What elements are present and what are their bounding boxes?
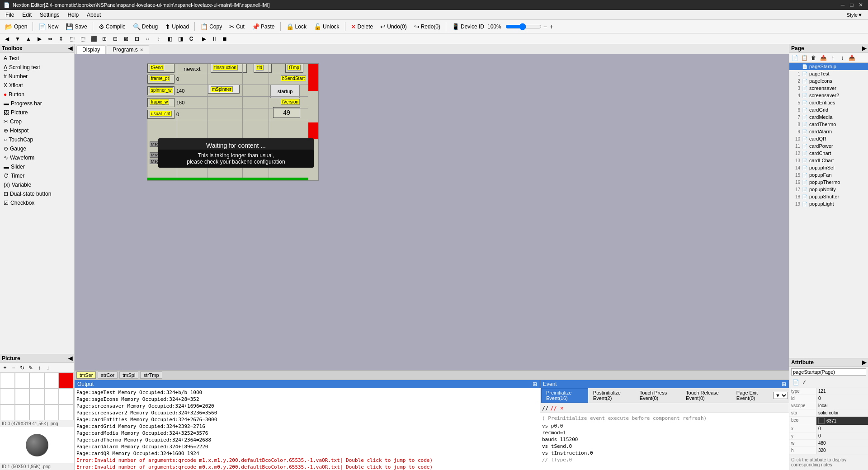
canvas-tab-strTmp[interactable]: strTmp xyxy=(140,371,162,379)
page-item-cardAlarm[interactable]: 9 📄 cardAlarm xyxy=(789,128,868,135)
page-item-popupFan[interactable]: 15 📄 popupFan xyxy=(789,171,868,179)
minimize-button[interactable]: ─ xyxy=(839,1,846,9)
page-import-btn[interactable]: 📥 xyxy=(847,54,856,62)
page-item-cardMedia[interactable]: 7 📄 cardMedia xyxy=(789,113,868,121)
tool-number[interactable]: # Number xyxy=(0,72,74,81)
event-tab-exit[interactable]: Page Exit Event(0) xyxy=(731,388,773,403)
output-error-0[interactable]: Error:Invalid number of arguments:qrcode… xyxy=(76,457,538,464)
redo-button[interactable]: ↪ Redo(0) xyxy=(411,22,443,32)
attr-btn1[interactable]: 📄 xyxy=(791,378,800,386)
compile-button[interactable]: ⚙ Compile xyxy=(95,22,129,32)
record-btn3[interactable]: ⏹ xyxy=(220,34,230,43)
delete-button[interactable]: ✕ Delete xyxy=(348,22,377,32)
page-item-cardPower[interactable]: 11 📄 cardPower xyxy=(789,142,868,150)
page-item-cardQR[interactable]: 10 📄 cardQR xyxy=(789,135,868,142)
canvas-tab-tmSpi[interactable]: tmSpi xyxy=(119,371,138,379)
tool-btn-13[interactable]: ⊡ xyxy=(132,34,142,43)
page-item-screensaver[interactable]: 3 📄 screensaver xyxy=(789,85,868,92)
page-item-popupLight[interactable]: 19 📄 popupLight xyxy=(789,200,868,207)
event-code-icon2[interactable]: // ✕ xyxy=(550,405,563,411)
page-collapse-icon[interactable]: ▶ xyxy=(862,45,866,52)
align-up-button[interactable]: ▲ xyxy=(24,34,33,43)
attr-val-h[interactable]: 320 xyxy=(816,447,868,454)
canvas-tab-strCor[interactable]: strCor xyxy=(98,371,118,379)
tool-touchcap[interactable]: ○ TouchCap xyxy=(0,135,74,144)
zoom-slider[interactable] xyxy=(505,23,542,30)
record-btn2[interactable]: ⏸ xyxy=(209,34,219,43)
tool-text[interactable]: A Text xyxy=(0,54,74,63)
debug-button[interactable]: 🔍 Debug xyxy=(130,22,161,32)
page-delete-btn[interactable]: 🗑 xyxy=(809,54,818,62)
align-right-button[interactable]: ▶ xyxy=(34,34,44,43)
record-btn[interactable]: ▶ xyxy=(199,34,209,43)
page-copy-btn[interactable]: 📋 xyxy=(800,54,809,62)
attr-val-x[interactable]: 0 xyxy=(816,425,868,432)
save-button[interactable]: 💾 Save xyxy=(62,22,90,32)
event-maximize-icon[interactable]: ⊞ xyxy=(782,381,786,387)
picture-collapse-icon[interactable]: ◀ xyxy=(68,355,72,362)
tab-display[interactable]: Display xyxy=(76,45,106,54)
toolbox-collapse-icon[interactable]: ◀ xyxy=(68,45,72,52)
lock-button[interactable]: 🔒 Lock xyxy=(283,22,310,32)
menu-edit[interactable]: Edit xyxy=(19,11,35,19)
tool-picture[interactable]: 🖼 Picture xyxy=(0,108,74,117)
zoom-minus[interactable]: − xyxy=(542,23,548,30)
tool-btn-8[interactable]: ⬚ xyxy=(78,34,88,43)
pic-refresh-button[interactable]: ↻ xyxy=(18,364,26,372)
tool-btn-9[interactable]: ⬛ xyxy=(89,34,99,43)
page-item-pageIcons[interactable]: 2 📄 pageIcons xyxy=(789,77,868,85)
page-down-btn[interactable]: ↓ xyxy=(838,54,847,62)
page-item-screensaver2[interactable]: 4 📄 screensaver2 xyxy=(789,92,868,99)
page-item-popupNotify[interactable]: 17 📄 popupNotify xyxy=(789,186,868,193)
distribute-v-button[interactable]: ⇕ xyxy=(56,34,66,43)
tool-btn-14[interactable]: ↔ xyxy=(143,34,153,43)
page-item-cardEntities[interactable]: 5 📄 cardEntities xyxy=(789,99,868,106)
upload-button[interactable]: ⬆ Upload xyxy=(162,22,192,32)
tool-btn-17[interactable]: ◨ xyxy=(175,34,185,43)
attr-val-y[interactable]: 0 xyxy=(816,432,868,439)
page-item-cardLChart[interactable]: 13 📄 cardLChart xyxy=(789,157,868,164)
new-button[interactable]: 📄 New xyxy=(35,22,61,32)
tool-progress[interactable]: ▬ Progress bar xyxy=(0,99,74,108)
open-button[interactable]: 📂 Open xyxy=(2,22,30,32)
attr-val-sta[interactable]: solid color xyxy=(816,409,868,416)
tool-slider[interactable]: ▬ Slider xyxy=(0,162,74,171)
event-tab-postinit[interactable]: Postinitialize Event(2) xyxy=(588,388,635,403)
menu-help[interactable]: Help xyxy=(64,11,82,19)
tab-programs[interactable]: Program.s ✕ xyxy=(107,45,149,54)
tool-btn-12[interactable]: ⊠ xyxy=(121,34,131,43)
page-item-cardGrid[interactable]: 6 📄 cardGrid xyxy=(789,106,868,113)
pic-down-button[interactable]: ↓ xyxy=(44,364,52,372)
page-export-btn[interactable]: 📤 xyxy=(819,54,828,62)
tool-hotspot[interactable]: ⊕ Hotspot xyxy=(0,126,74,135)
event-tab-release[interactable]: Touch Release Event(0) xyxy=(681,388,731,403)
tab-close-icon[interactable]: ✕ xyxy=(140,47,143,52)
elem-tVersion[interactable]: 49 xyxy=(273,107,300,118)
unlock-button[interactable]: 🔓 Unlock xyxy=(311,22,343,32)
tool-variable[interactable]: (x) Variable xyxy=(0,180,74,189)
page-item-cardChart[interactable]: 12 📄 cardChart xyxy=(789,150,868,157)
pic-add-button[interactable]: + xyxy=(1,364,9,372)
event-tab-select[interactable]: ▼ xyxy=(773,392,788,399)
c-button[interactable]: C xyxy=(186,34,196,43)
tool-scrolling-text[interactable]: A̲ Scrolling text xyxy=(0,63,74,72)
attr-val-id[interactable]: 0 xyxy=(816,395,868,402)
tool-gauge[interactable]: ⊙ Gauge xyxy=(0,144,74,153)
page-item-pageStartup[interactable]: 📄 pageStartup xyxy=(789,63,868,70)
page-item-pageTest[interactable]: 1 📄 pageTest xyxy=(789,70,868,77)
tool-btn-16[interactable]: ◧ xyxy=(165,34,175,43)
tool-btn-7[interactable]: ⬚ xyxy=(67,34,77,43)
output-error-1[interactable]: Error:Invalid number of arguments:qrcode… xyxy=(76,464,538,470)
attr-check[interactable]: ✓ xyxy=(802,379,807,385)
close-button[interactable]: ✕ xyxy=(857,1,864,9)
distribute-h-button[interactable]: ⇔ xyxy=(45,34,55,43)
pic-remove-button[interactable]: − xyxy=(9,364,18,372)
pic-edit-button[interactable]: ✎ xyxy=(27,364,35,372)
tool-btn-11[interactable]: ⊟ xyxy=(110,34,120,43)
menu-about[interactable]: About xyxy=(83,11,104,19)
event-tab-press[interactable]: Touch Press Event(0) xyxy=(635,388,681,403)
page-item-popupInSel[interactable]: 14 📄 popupInSel xyxy=(789,164,868,171)
tool-xfloat[interactable]: X Xfloat xyxy=(0,81,74,90)
attr-val-bco[interactable]: 6371 xyxy=(816,417,868,425)
tool-button[interactable]: ● Button xyxy=(0,90,74,99)
